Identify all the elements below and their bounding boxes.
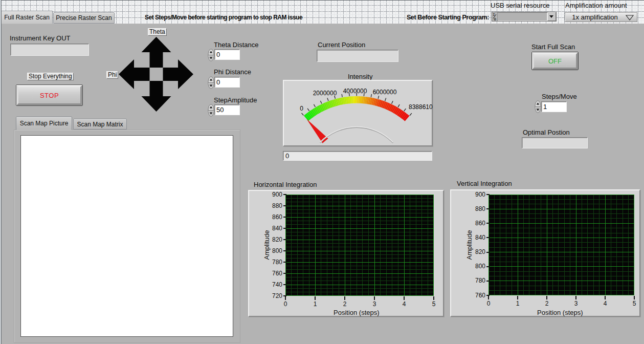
svg-text:0: 0	[300, 105, 303, 112]
svg-text:2000000: 2000000	[313, 90, 337, 97]
svg-text:6000000: 6000000	[373, 89, 397, 96]
svg-text:8388610: 8388610	[409, 103, 433, 111]
svg-text:4000000: 4000000	[343, 88, 367, 95]
svg-text:0: 0	[494, 17, 496, 21]
